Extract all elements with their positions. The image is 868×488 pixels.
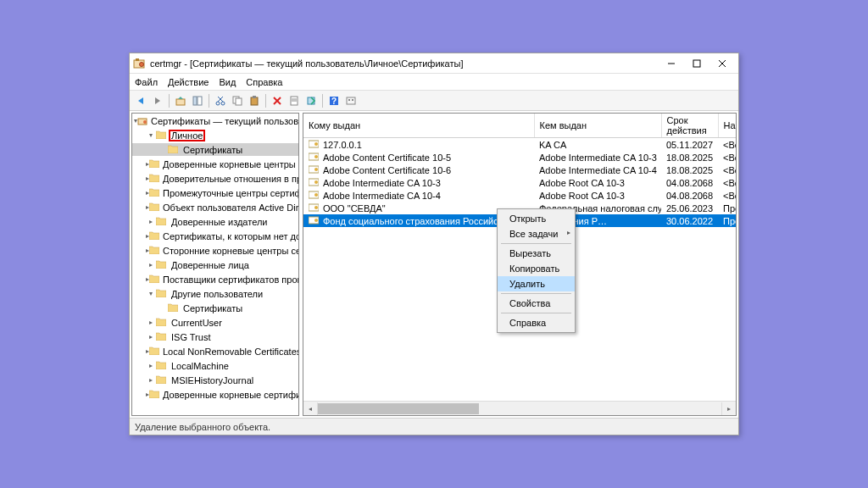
context-menu-item[interactable]: Вырезать [498,246,575,261]
scroll-thumb[interactable] [318,403,479,414]
tree-node[interactable]: ▾Другие пользователи [132,287,298,300]
tree-node[interactable]: ▸Доверенные лица [132,258,298,271]
tree-node[interactable]: ▸Сторонние корневые центры сертификации [132,244,298,257]
help-button[interactable]: ? [326,93,342,108]
forward-button[interactable] [150,93,165,108]
tree-node[interactable]: ▸ISG Trust [132,330,298,343]
paste-button[interactable] [247,93,262,108]
svg-rect-9 [198,97,202,105]
svg-rect-1 [136,58,139,61]
svg-rect-27 [348,99,350,101]
tree-node[interactable]: Сертификаты [132,143,298,156]
table-row[interactable]: Adobe Intermediate CA 10-4Adobe Root CA … [303,189,736,202]
svg-rect-4 [693,60,700,67]
svg-point-44 [314,219,318,222]
tree-node[interactable]: ▸MSIEHistoryJournal [132,374,298,386]
svg-rect-7 [176,99,185,105]
tree-node[interactable]: ▸Поставщики сертификатов проверки подлин… [132,273,298,286]
certificate-icon [309,140,320,150]
tree-root[interactable]: ▾Сертификаты — текущий пользователь [132,114,298,127]
tree-node[interactable]: Сертификаты [132,302,298,314]
column-header[interactable]: Назначения [718,114,736,138]
tree-node[interactable]: ▸CurrentUser [132,316,298,329]
column-header[interactable]: Кому выдан [303,114,534,138]
cut-button[interactable] [213,93,228,108]
horizontal-scrollbar[interactable]: ◂ ▸ [303,401,736,415]
context-menu: ОткрытьВсе задачиВырезатьКопироватьУдали… [497,208,576,333]
status-bar: Удаление выбранного объекта. [130,418,738,435]
menu-separator [501,313,571,313]
column-header[interactable]: Срок действия [661,114,718,138]
svg-point-30 [143,120,147,124]
tree-node[interactable]: ▾Личное [132,129,298,141]
menubar: Файл Действие Вид Справка [130,74,738,91]
list-view[interactable]: Кому выданКем выданСрок действияНазначен… [303,114,736,401]
close-button[interactable] [709,54,735,73]
up-button[interactable] [173,93,188,108]
refresh-button[interactable] [343,93,359,108]
tree-node[interactable]: ▸LocalMachine [132,359,298,372]
show-hide-button[interactable] [190,93,205,108]
delete-button[interactable] [270,93,285,108]
svg-point-32 [314,142,318,146]
svg-point-10 [216,102,220,105]
content-area: ▾Сертификаты — текущий пользователь▾Личн… [130,111,738,418]
tree-node[interactable]: ▸Доверительные отношения в предприятии [132,172,298,185]
table-row[interactable]: Adobe Content Certificate 10-6Adobe Inte… [303,164,736,176]
app-icon [133,58,145,69]
tree-node[interactable]: ▸Доверенные корневые центры сертификации [132,158,298,170]
scroll-track[interactable] [317,402,722,415]
scroll-left-button[interactable]: ◂ [303,402,317,415]
window: certmgr - [Сертификаты — текущий пользов… [129,53,739,435]
context-menu-item[interactable]: Копировать [498,261,575,276]
svg-point-40 [314,193,318,197]
tree-node[interactable]: ▸Доверенные корневые сертификаты смарт-к… [132,388,298,401]
svg-point-38 [314,180,318,184]
menu-view[interactable]: Вид [219,77,236,87]
menu-separator [501,293,571,294]
maximize-button[interactable] [684,54,709,73]
context-menu-item[interactable]: Справка [498,315,575,330]
scroll-right-button[interactable]: ▸ [722,402,736,415]
minimize-button[interactable] [659,54,684,73]
svg-text:?: ? [331,97,337,106]
titlebar: certmgr - [Сертификаты — текущий пользов… [130,53,738,74]
tree-panel[interactable]: ▾Сертификаты — текущий пользователь▾Личн… [131,113,299,416]
back-button[interactable] [133,93,148,108]
tree-node[interactable]: ▸Объект пользователя Active Directory [132,201,298,214]
context-menu-item[interactable]: Удалить [498,276,575,291]
svg-point-2 [140,62,144,66]
tree-node[interactable]: ▸Сертификаты, к которым нет доверия [132,230,298,242]
certificate-icon [309,165,320,175]
table-row[interactable]: 127.0.0.1KA CA05.11.2027<Все><Н [303,138,736,152]
svg-rect-17 [253,96,256,98]
properties-button[interactable] [287,93,302,108]
svg-point-42 [314,206,318,209]
svg-rect-16 [251,97,258,105]
menu-separator [501,243,571,244]
table-row[interactable]: Adobe Content Certificate 10-5Adobe Inte… [303,151,736,164]
context-menu-item[interactable]: Свойства [498,296,575,311]
svg-point-34 [314,155,318,158]
tree-node[interactable]: ▸Промежуточные центры сертификации [132,186,298,199]
export-button[interactable] [303,93,319,108]
menu-file[interactable]: Файл [135,77,158,87]
svg-point-36 [314,168,318,171]
window-title: certmgr - [Сертификаты — текущий пользов… [150,58,659,69]
menu-help[interactable]: Справка [246,77,282,87]
status-text: Удаление выбранного объекта. [135,422,270,432]
toolbar: ? [130,91,738,111]
context-menu-item[interactable]: Открыть [498,211,575,226]
tree-node[interactable]: ▸Доверенные издатели [132,215,298,228]
certificate-icon [309,216,320,226]
tree-node[interactable]: ▸Local NonRemovable Certificates [132,345,298,358]
copy-button[interactable] [230,93,245,108]
menu-action[interactable]: Действие [168,77,209,87]
context-menu-item[interactable]: Все задачи [498,226,575,241]
table-row[interactable]: Adobe Intermediate CA 10-3Adobe Root CA … [303,176,736,189]
svg-rect-15 [236,98,242,105]
svg-rect-28 [352,99,353,101]
column-header[interactable]: Кем выдан [534,114,661,138]
certificate-icon [309,191,320,201]
certificate-icon [309,203,320,214]
